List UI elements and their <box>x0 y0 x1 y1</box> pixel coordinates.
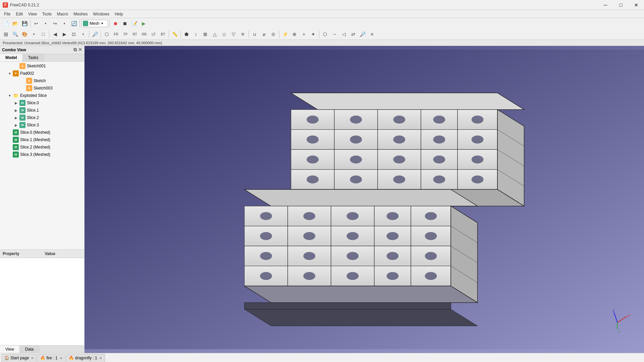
tab-fire[interactable]: 🔥 fire : 1 ✕ <box>37 354 65 362</box>
analyze-tool-4[interactable]: ✦ <box>309 30 318 39</box>
tab-tasks[interactable]: Tasks <box>23 54 44 61</box>
menu-macro[interactable]: Macro <box>54 11 71 17</box>
selection-view-button[interactable]: □ <box>39 30 48 39</box>
svg-point-30 <box>433 156 445 164</box>
mesh-tool-3[interactable]: ⊠ <box>201 30 210 39</box>
maximize-button[interactable]: □ <box>613 0 629 10</box>
tree-item-pad002[interactable]: ▼ P Pad002 <box>0 70 84 77</box>
tab-start-page[interactable]: 🏠 Start page ✕ <box>1 354 37 362</box>
combo-view-float-button[interactable]: ⧉ <box>73 47 77 53</box>
zoom-fit-tool[interactable]: 🔎 <box>358 30 367 39</box>
dragonfly-close[interactable]: ✕ <box>99 356 102 360</box>
sync-dropdown[interactable]: ▼ <box>79 30 88 39</box>
menu-meshes[interactable]: Meshes <box>71 11 90 17</box>
tree-item-slice3m[interactable]: M Slice.3 (Meshed) <box>0 151 84 158</box>
mesh-tool-1[interactable]: ⬟ <box>182 30 191 39</box>
snap-tool-3[interactable]: ◁ <box>339 30 348 39</box>
tab-view[interactable]: View <box>0 346 20 353</box>
menu-view[interactable]: View <box>25 11 40 17</box>
sync-view-button[interactable]: ⊡ <box>69 30 78 39</box>
new-file-button[interactable]: 📄 <box>1 19 10 28</box>
menu-help[interactable]: Help <box>112 11 126 17</box>
undo-button[interactable]: ↩ <box>32 19 41 28</box>
svg-point-71 <box>425 272 437 280</box>
menu-windows[interactable]: Windows <box>90 11 112 17</box>
analyze-tool-2[interactable]: ⊕ <box>290 30 299 39</box>
tree-item-sketch001[interactable]: S Sketch001 <box>0 62 84 70</box>
rear-btn[interactable]: RR <box>140 30 149 39</box>
analyze-tool-3[interactable]: + <box>300 30 308 39</box>
expand-slice2[interactable]: ▶ <box>15 116 19 120</box>
measure-linear[interactable]: 📏 <box>170 30 179 39</box>
svg-point-18 <box>350 116 362 124</box>
tree-item-slice0[interactable]: ▶ M Slice.0 <box>0 99 84 107</box>
run-macro-button[interactable]: ▶ <box>139 19 148 28</box>
open-file-button[interactable]: 📂 <box>11 19 19 28</box>
slice2-icon: M <box>19 115 25 121</box>
mesh-tool-7[interactable]: ✕ <box>238 30 247 39</box>
left-btn[interactable]: LF <box>149 30 158 39</box>
bottom-btn[interactable]: BT <box>159 30 167 39</box>
expand-exploded-slice[interactable]: ▼ <box>8 94 13 98</box>
bool-tool-2[interactable]: ⌀ <box>260 30 268 39</box>
close-button[interactable]: ✕ <box>629 0 644 10</box>
mesh-tool-4[interactable]: △ <box>210 30 219 39</box>
tree-item-slice1m[interactable]: M Slice.1 (Meshed) <box>0 136 84 143</box>
extra-tool[interactable]: ≡ <box>368 30 376 39</box>
expand-slice1[interactable]: ▶ <box>15 109 19 112</box>
undo-dropdown-button[interactable]: ▼ <box>41 19 50 28</box>
tree-item-slice0m[interactable]: M Slice.0 (Meshed) <box>0 129 84 136</box>
draw-style-dropdown[interactable]: ▼ <box>30 30 38 39</box>
forward-button[interactable]: ▶ <box>60 30 69 39</box>
tree-item-slice2m[interactable]: M Slice.2 (Meshed) <box>0 143 84 151</box>
menu-edit[interactable]: Edit <box>13 11 25 17</box>
tree-item-slice1[interactable]: ▶ M Slice.1 <box>0 107 84 114</box>
tab-dragonfly[interactable]: 🔥 dragonfly : 1 ✕ <box>66 354 105 362</box>
back-button[interactable]: ◀ <box>51 30 59 39</box>
fit-all-button[interactable]: ⊞ <box>1 30 10 39</box>
start-page-close[interactable]: ✕ <box>31 356 34 360</box>
draw-style-button[interactable]: 🎨 <box>20 30 29 39</box>
tree-item-sketch003[interactable]: S Sketch003 <box>0 84 84 92</box>
workbench-dropdown[interactable]: Mesh ▼ <box>81 20 108 27</box>
refresh-button[interactable]: 🔄 <box>69 19 78 28</box>
tree-item-slice2[interactable]: ▶ M Slice.2 <box>0 114 84 121</box>
tab-model[interactable]: Model <box>0 54 23 61</box>
toolbar-sep-8 <box>180 31 181 38</box>
menu-tools[interactable]: Tools <box>40 11 54 17</box>
expand-slice0[interactable]: ▶ <box>15 101 19 105</box>
menu-file[interactable]: File <box>1 11 13 17</box>
fit-selection-button[interactable]: 🔍 <box>11 30 19 39</box>
viewport[interactable]: TOP <box>85 46 644 353</box>
mesh-tool-6[interactable]: ▽ <box>229 30 238 39</box>
transform-tool[interactable]: ⇄ <box>349 30 358 39</box>
right-btn[interactable]: RT <box>130 30 139 39</box>
zoom-button[interactable]: 🔎 <box>91 30 99 39</box>
expand-pad002[interactable]: ▼ <box>8 72 13 75</box>
mesh-tool-2[interactable]: ↕ <box>192 30 200 39</box>
isometric-btn[interactable]: ⬡ <box>102 30 111 39</box>
bool-tool-3[interactable]: ⊝ <box>269 30 278 39</box>
macro-open-button[interactable]: 📝 <box>130 19 139 28</box>
stop-button[interactable]: ⏺ <box>111 19 120 28</box>
redo-button[interactable]: ↪ <box>51 19 59 28</box>
tree-item-sketch-child[interactable]: S Sketch <box>0 77 84 84</box>
mesh-tool-5[interactable]: ◇ <box>220 30 228 39</box>
bool-tool-1[interactable]: ∪ <box>250 30 259 39</box>
snap-tool-2[interactable]: → <box>330 30 339 39</box>
snap-tool-1[interactable]: ⬡ <box>321 30 329 39</box>
tab-data[interactable]: Data <box>20 346 39 353</box>
expand-slice3[interactable]: ▶ <box>15 123 19 127</box>
save-file-button[interactable]: 💾 <box>20 19 29 28</box>
analyze-tool-1[interactable]: ⚡ <box>281 30 289 39</box>
fire-close[interactable]: ✕ <box>60 356 62 360</box>
combo-view-close-button[interactable]: ✕ <box>78 47 82 53</box>
slice0-label: Slice.0 <box>27 101 39 105</box>
top-btn[interactable]: TP <box>121 30 130 39</box>
redo-dropdown-button[interactable]: ▼ <box>60 19 69 28</box>
front-btn[interactable]: FR <box>112 30 120 39</box>
tree-item-exploded-slice[interactable]: ▼ 📁 Exploded Slice <box>0 92 84 99</box>
minimize-button[interactable]: ─ <box>598 0 613 10</box>
stop-recording-button[interactable]: ⏹ <box>120 19 129 28</box>
tree-item-slice3[interactable]: ▶ M Slice.3 <box>0 121 84 129</box>
